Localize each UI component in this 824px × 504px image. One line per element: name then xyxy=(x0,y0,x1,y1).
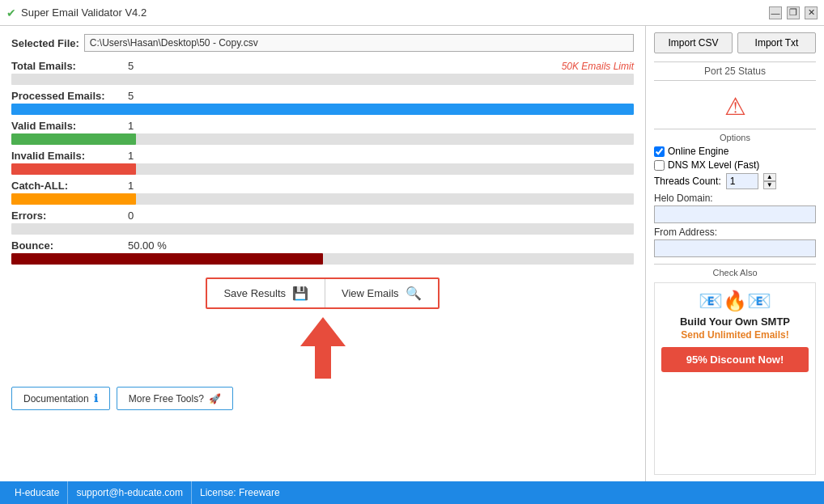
view-emails-label: View Emails xyxy=(342,287,399,299)
documentation-button[interactable]: Documentation ℹ xyxy=(11,387,110,410)
app-icon: ✔ xyxy=(6,6,16,19)
stat-label-3: Invalid Emails: xyxy=(11,150,125,162)
save-icon: 💾 xyxy=(292,286,308,301)
stat-value-4: 1 xyxy=(128,180,134,192)
progress-bar-4 xyxy=(11,193,136,205)
spinner-down-button[interactable]: ▼ xyxy=(763,181,776,189)
import-txt-button[interactable]: Import Txt xyxy=(737,32,816,53)
stat-label-1: Processed Emails: xyxy=(11,90,125,102)
stat-row-0: Total Emails:550K Emails Limit xyxy=(11,60,634,85)
file-label: Selected File: xyxy=(11,37,79,49)
rocket-icon: 🚀 xyxy=(209,393,221,404)
stat-label-4: Catch-ALL: xyxy=(11,180,125,192)
stat-label-0: Total Emails: xyxy=(11,60,125,72)
online-engine-row: Online Engine xyxy=(654,146,816,157)
right-panel: Import CSV Import Txt Port 25 Status ⚠ O… xyxy=(646,26,824,481)
main-container: Selected File: C:\Users\Hasan\Desktop\50… xyxy=(0,26,824,481)
stat-row-2: Valid Emails:1 xyxy=(11,120,634,145)
restore-button[interactable]: ❐ xyxy=(787,6,800,19)
progress-bar-1 xyxy=(11,104,634,115)
stat-label-2: Valid Emails: xyxy=(11,120,125,132)
helo-domain-input[interactable] xyxy=(654,205,816,223)
stat-value-3: 1 xyxy=(128,150,134,162)
documentation-label: Documentation xyxy=(23,393,89,404)
stat-header-5: Errors:0 xyxy=(11,210,634,222)
info-icon: ℹ xyxy=(94,392,98,404)
stat-row-1: Processed Emails:5 xyxy=(11,90,634,115)
online-engine-checkbox[interactable] xyxy=(654,146,665,157)
left-panel: Selected File: C:\Users\Hasan\Desktop\50… xyxy=(0,26,646,481)
action-btn-group: Save Results 💾 View Emails 🔍 xyxy=(206,277,439,309)
stat-row-4: Catch-ALL:1 xyxy=(11,180,634,205)
progress-bar-container-3 xyxy=(11,163,634,175)
ad-discount-button[interactable]: 95% Discount Now! xyxy=(661,347,809,372)
progress-bar-2 xyxy=(11,133,136,145)
status-bar: H-educate support@h-educate.com License:… xyxy=(0,481,824,504)
status-item-email: support@h-educate.com xyxy=(68,481,192,504)
buttons-row: Save Results 💾 View Emails 🔍 xyxy=(11,277,634,309)
ad-subtitle: Send Unlimited Emails! xyxy=(661,329,809,341)
options-title: Options xyxy=(654,133,816,142)
more-tools-button[interactable]: More Free Tools? 🚀 xyxy=(117,387,233,410)
progress-bar-3 xyxy=(11,163,136,175)
stat-header-1: Processed Emails:5 xyxy=(11,90,634,102)
online-engine-label: Online Engine xyxy=(668,146,728,157)
title-bar: ✔ Super Email Validator V4.2 — ❐ ✕ xyxy=(0,0,824,26)
stat-header-2: Valid Emails:1 xyxy=(11,120,634,132)
dns-mx-checkbox[interactable] xyxy=(654,160,665,171)
from-address-input[interactable] xyxy=(654,239,816,257)
warning-icon: ⚠ xyxy=(724,93,746,120)
warning-icon-container: ⚠ xyxy=(654,92,816,121)
import-csv-button[interactable]: Import CSV xyxy=(654,32,733,53)
stat-row-3: Invalid Emails:1 xyxy=(11,150,634,175)
minimize-button[interactable]: — xyxy=(769,6,782,19)
stat-header-3: Invalid Emails:1 xyxy=(11,150,634,162)
stat-value-0: 5 xyxy=(128,60,134,72)
progress-bar-container-4 xyxy=(11,193,634,205)
stat-value-6: 50.00 % xyxy=(128,239,167,252)
status-item-brand: H-educate xyxy=(6,481,68,504)
ad-box: 📧🔥📧 Build Your Own SMTP Send Unlimited E… xyxy=(654,282,816,475)
options-section: Options Online Engine DNS MX Level (Fast… xyxy=(654,129,816,257)
more-tools-label: More Free Tools? xyxy=(129,393,204,404)
ad-title: Build Your Own SMTP xyxy=(661,316,809,328)
arrow-up xyxy=(300,317,346,346)
stat-header-4: Catch-ALL:1 xyxy=(11,180,634,192)
spinner-up-button[interactable]: ▲ xyxy=(763,173,776,181)
arrow-annotation xyxy=(11,317,634,379)
stat-value-2: 1 xyxy=(128,120,134,132)
stat-row-6: Bounce:50.00 % xyxy=(11,239,634,265)
port-status-section: Port 25 Status xyxy=(654,61,816,81)
spinner-buttons: ▲ ▼ xyxy=(763,173,776,189)
progress-bar-container-6 xyxy=(11,253,634,265)
progress-bar-container-1 xyxy=(11,104,634,115)
bottom-buttons: Documentation ℹ More Free Tools? 🚀 xyxy=(11,379,634,410)
threads-input[interactable] xyxy=(726,173,758,189)
stat-limit-0: 50K Emails Limit xyxy=(562,61,634,72)
port-status-text: Port 25 Status xyxy=(704,66,766,77)
stat-header-0: Total Emails:550K Emails Limit xyxy=(11,60,634,72)
stat-value-1: 5 xyxy=(128,90,134,102)
dns-mx-label: DNS MX Level (Fast) xyxy=(668,159,759,171)
dns-mx-row: DNS MX Level (Fast) xyxy=(654,159,816,171)
import-buttons-row: Import CSV Import Txt xyxy=(654,32,816,53)
from-address-label: From Address: xyxy=(654,227,816,238)
helo-domain-label: Helo Domain: xyxy=(654,193,816,204)
threads-count-row: Threads Count: ▲ ▼ xyxy=(654,173,816,189)
arrow-shaft xyxy=(315,346,331,379)
window-controls: — ❐ ✕ xyxy=(769,6,818,19)
search-icon: 🔍 xyxy=(406,286,422,301)
progress-bar-container-0 xyxy=(11,74,634,85)
stat-label-5: Errors: xyxy=(11,210,125,222)
save-results-label: Save Results xyxy=(223,287,286,299)
status-item-license: License: Freeware xyxy=(192,481,288,504)
stat-label-6: Bounce: xyxy=(11,239,125,252)
stat-value-5: 0 xyxy=(128,210,134,222)
save-results-button[interactable]: Save Results 💾 xyxy=(207,279,325,307)
close-button[interactable]: ✕ xyxy=(805,6,818,19)
threads-count-label: Threads Count: xyxy=(654,176,721,187)
view-emails-button[interactable]: View Emails 🔍 xyxy=(325,279,438,307)
file-path: C:\Users\Hasan\Desktop\50 - Copy.csv xyxy=(84,34,634,52)
stats-container: Total Emails:550K Emails LimitProcessed … xyxy=(11,60,634,265)
stat-row-5: Errors:0 xyxy=(11,210,634,235)
